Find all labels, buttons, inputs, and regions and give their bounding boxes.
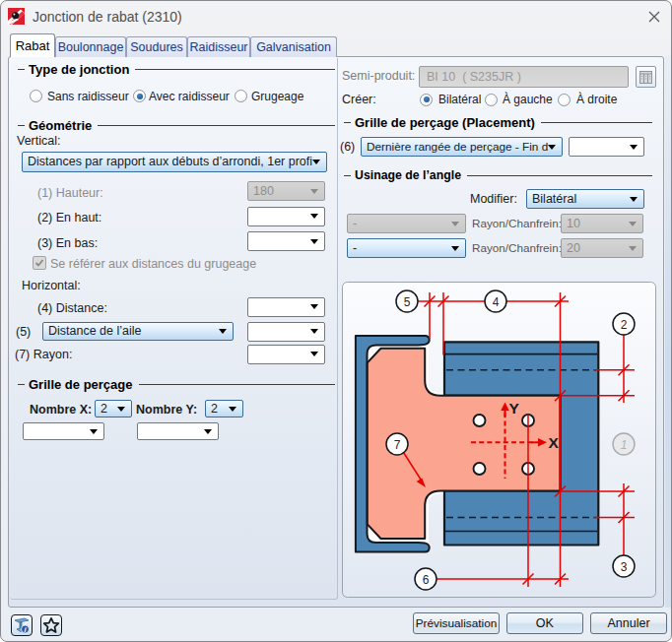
- svg-text:4: 4: [493, 295, 500, 309]
- svg-text:2: 2: [621, 318, 628, 332]
- svg-text:7: 7: [394, 438, 401, 452]
- svg-text:X: X: [549, 434, 560, 451]
- svg-text:Y: Y: [509, 400, 520, 417]
- svg-text:6: 6: [423, 573, 430, 587]
- svg-text:1: 1: [621, 438, 628, 452]
- svg-text:3: 3: [621, 560, 628, 574]
- svg-text:5: 5: [404, 295, 411, 309]
